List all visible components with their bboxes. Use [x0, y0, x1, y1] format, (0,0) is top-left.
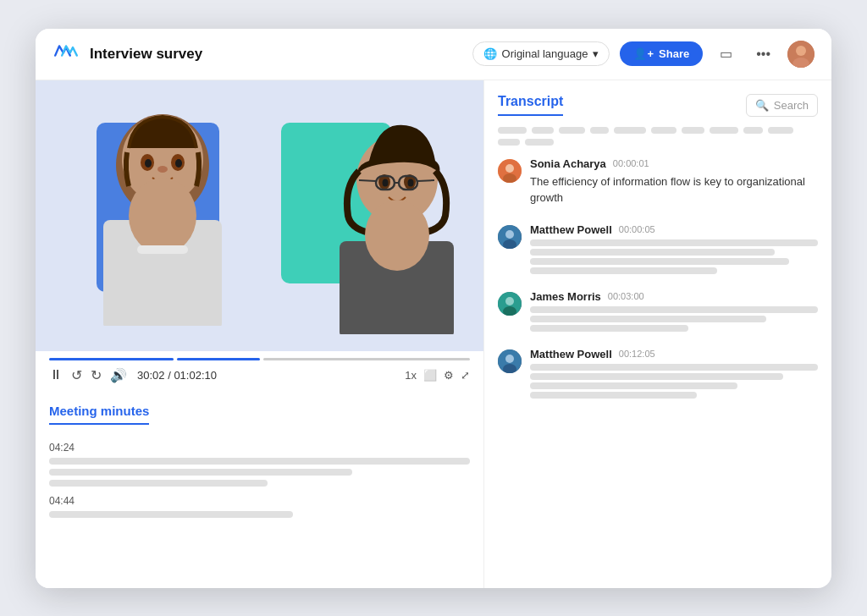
- search-icon: 🔍: [755, 99, 769, 112]
- skeleton-line: [743, 127, 763, 134]
- svg-rect-12: [137, 245, 188, 254]
- matthew2-line4: [530, 392, 697, 399]
- timestamp-1: 04:24: [49, 442, 470, 454]
- minutes-entry-1: 04:24: [49, 442, 470, 487]
- matthew2-content: Matthew Powell 00:12:05: [530, 348, 818, 401]
- matthew1-content: Matthew Powell 00:00:05: [530, 223, 818, 277]
- james-line1: [530, 306, 818, 313]
- matthew1-line4: [530, 267, 717, 274]
- left-panel: ⏸ ↺ ↻ 🔊 30:02 / 01:02:10 1x ⬜ ⚙ ⤢ Meetin…: [36, 80, 484, 588]
- skeleton-line: [651, 127, 676, 134]
- globe-icon: 🌐: [483, 47, 497, 60]
- james-line3: [530, 325, 688, 332]
- matthew2-line3: [530, 382, 737, 389]
- matthew1-line2: [530, 249, 775, 256]
- svg-point-8: [175, 159, 182, 168]
- forward-5-button[interactable]: ↻: [91, 367, 102, 383]
- sonia-meta: Sonia Acharya 00:00:01: [530, 157, 818, 170]
- matthew2-line2: [530, 373, 783, 380]
- language-label: Original language: [502, 47, 588, 60]
- minutes-entry-2: 04:44: [49, 495, 470, 518]
- avatar-sonia: [498, 159, 522, 183]
- sonia-content: Sonia Acharya 00:00:01 The efficiency of…: [530, 157, 818, 210]
- search-box[interactable]: 🔍 Search: [746, 94, 818, 117]
- person1-image: [78, 102, 247, 326]
- james-line2: [530, 316, 766, 322]
- avatar-matthew1: [498, 225, 522, 249]
- transcript-title: Transcript: [498, 94, 563, 116]
- svg-point-26: [505, 164, 514, 173]
- james-time: 00:03:00: [608, 291, 644, 301]
- share-button[interactable]: 👤+ Share: [620, 41, 703, 66]
- chevron-down-icon: ▾: [593, 47, 599, 60]
- header: Interview survey 🌐 Original language ▾ 👤…: [36, 29, 831, 80]
- page-title: Interview survey: [90, 46, 462, 63]
- svg-point-1: [796, 46, 806, 56]
- matthew2-meta: Matthew Powell 00:12:05: [530, 348, 818, 360]
- skeleton-line: [532, 127, 554, 134]
- transcript-scroll: Sonia Acharya 00:00:01 The efficiency of…: [498, 157, 818, 575]
- transcript-entry-james: James Morris 00:03:00: [498, 290, 818, 334]
- transcript-entry-matthew2: Matthew Powell 00:12:05: [498, 348, 818, 401]
- svg-point-29: [505, 230, 514, 239]
- person2-image: [318, 118, 475, 334]
- matthew2-time: 00:12:05: [619, 349, 655, 359]
- video-area: [36, 80, 483, 351]
- progress-bar[interactable]: [36, 351, 483, 360]
- svg-point-19: [365, 200, 429, 271]
- avatar-james: [498, 292, 522, 316]
- matthew1-name: Matthew Powell: [530, 223, 612, 236]
- matthew1-time: 00:00:05: [619, 224, 655, 234]
- logo-icon: [52, 41, 80, 68]
- more-icon: •••: [756, 47, 770, 61]
- time-display: 30:02 / 01:02:10: [137, 369, 217, 382]
- meeting-minutes-title: Meeting minutes: [49, 404, 149, 425]
- svg-line-23: [359, 180, 376, 181]
- volume-button[interactable]: 🔊: [110, 367, 127, 383]
- fullscreen-button[interactable]: ⤢: [461, 369, 470, 382]
- transcript-entry-matthew1: Matthew Powell 00:00:05: [498, 223, 818, 277]
- speed-control[interactable]: 1x: [405, 369, 417, 382]
- app-window: Interview survey 🌐 Original language ▾ 👤…: [36, 29, 831, 588]
- skeleton-line: [768, 127, 793, 134]
- matthew1-meta: Matthew Powell 00:00:05: [530, 223, 818, 236]
- svg-point-17: [408, 179, 414, 186]
- share-icon: 👤+: [633, 47, 654, 60]
- skeleton-line: [498, 127, 527, 134]
- skeleton-line: [559, 127, 584, 134]
- matthew1-line1: [530, 239, 818, 246]
- pause-button[interactable]: ⏸: [49, 367, 63, 382]
- share-label: Share: [659, 47, 689, 60]
- transcript-panel: Transcript 🔍 Search: [484, 80, 831, 588]
- rewind-5-button[interactable]: ↺: [71, 367, 82, 383]
- screen-share-button[interactable]: ▭: [713, 41, 739, 67]
- language-select-button[interactable]: 🌐 Original language ▾: [472, 41, 610, 66]
- matthew2-name: Matthew Powell: [530, 348, 612, 360]
- settings-button[interactable]: ⚙: [444, 369, 454, 382]
- james-name: James Morris: [530, 290, 601, 303]
- matthew1-line3: [530, 258, 789, 265]
- svg-point-7: [145, 159, 152, 168]
- skeleton-line: [710, 127, 738, 134]
- skeleton-line: [590, 127, 610, 134]
- meeting-minutes-panel: Meeting minutes 04:24 04:44: [36, 390, 483, 588]
- user-avatar[interactable]: [787, 41, 815, 68]
- skeleton-line: [682, 127, 704, 134]
- avatar-matthew2: [498, 349, 522, 373]
- skeleton-line: [614, 127, 646, 134]
- svg-point-9: [157, 166, 168, 173]
- sonia-time: 00:00:01: [613, 158, 649, 168]
- loading-skeleton: [498, 127, 818, 146]
- video-controls: ⏸ ↺ ↻ 🔊 30:02 / 01:02:10 1x ⬜ ⚙ ⤢: [36, 360, 483, 390]
- svg-point-11: [129, 178, 196, 254]
- matthew2-line1: [530, 364, 818, 371]
- timestamp-2: 04:44: [49, 495, 470, 507]
- captions-button[interactable]: ⬜: [423, 369, 437, 382]
- screen-icon: ▭: [720, 47, 732, 61]
- skeleton-line: [498, 139, 520, 146]
- more-options-button[interactable]: •••: [749, 41, 777, 67]
- main-content: ⏸ ↺ ↻ 🔊 30:02 / 01:02:10 1x ⬜ ⚙ ⤢ Meetin…: [36, 80, 831, 588]
- search-placeholder: Search: [774, 99, 809, 112]
- james-meta: James Morris 00:03:00: [530, 290, 818, 303]
- sonia-text: The efficiency of information flow is ke…: [530, 173, 818, 206]
